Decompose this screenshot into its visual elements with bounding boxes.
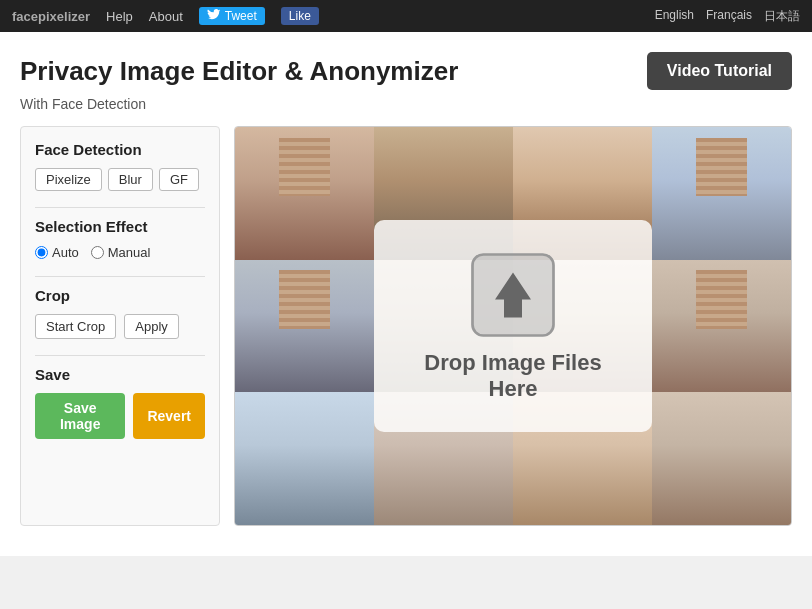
save-label: Save — [35, 366, 205, 383]
like-button[interactable]: Like — [281, 7, 319, 25]
about-link[interactable]: About — [149, 9, 183, 24]
pixelated-face-1 — [279, 138, 329, 196]
drop-zone-container[interactable]: Drop Image Files Here — [234, 126, 792, 526]
divider-2 — [35, 276, 205, 277]
effect-buttons: Pixelize Blur GF — [35, 168, 205, 191]
crop-buttons: Start Crop Apply — [35, 314, 205, 339]
radio-manual-label[interactable]: Manual — [91, 245, 151, 260]
page-title: Privacy Image Editor & Anonymizer — [20, 56, 458, 87]
radio-auto-label[interactable]: Auto — [35, 245, 79, 260]
apply-button[interactable]: Apply — [124, 314, 179, 339]
collage-cell-8 — [652, 260, 791, 393]
drop-overlay[interactable]: Drop Image Files Here — [374, 220, 652, 432]
radio-manual-input[interactable] — [91, 246, 104, 259]
like-label: Like — [289, 9, 311, 23]
video-tutorial-button[interactable]: Video Tutorial — [647, 52, 792, 90]
collage-cell-9 — [235, 392, 374, 525]
selection-effect-label: Selection Effect — [35, 218, 205, 235]
pixelize-button[interactable]: Pixelize — [35, 168, 102, 191]
lang-japanese[interactable]: 日本語 — [764, 8, 800, 25]
lang-english[interactable]: English — [655, 8, 694, 25]
pixelated-face-5 — [279, 270, 329, 328]
collage-cell-5 — [235, 260, 374, 393]
save-buttons: Save Image Revert — [35, 393, 205, 439]
gf-button[interactable]: GF — [159, 168, 199, 191]
radio-group: Auto Manual — [35, 245, 205, 260]
radio-manual-text: Manual — [108, 245, 151, 260]
radio-auto-input[interactable] — [35, 246, 48, 259]
divider-1 — [35, 207, 205, 208]
tweet-button[interactable]: Tweet — [199, 7, 265, 25]
topnav: facepixelizer Help About Tweet Like Engl… — [0, 0, 812, 32]
drop-arrow-icon — [468, 250, 558, 340]
drop-text: Drop Image Files Here — [414, 350, 612, 402]
help-link[interactable]: Help — [106, 9, 133, 24]
header-row: Privacy Image Editor & Anonymizer Video … — [20, 52, 792, 90]
face-detection-label: Face Detection — [35, 141, 205, 158]
main-content: Privacy Image Editor & Anonymizer Video … — [0, 32, 812, 556]
language-selector: English Français 日本語 — [655, 8, 800, 25]
body-layout: Face Detection Pixelize Blur GF Selectio… — [20, 126, 792, 546]
blur-button[interactable]: Blur — [108, 168, 153, 191]
tweet-label: Tweet — [225, 9, 257, 23]
divider-3 — [35, 355, 205, 356]
radio-auto-text: Auto — [52, 245, 79, 260]
crop-label: Crop — [35, 287, 205, 304]
brand-logo: facepixelizer — [12, 9, 90, 24]
collage-cell-12 — [652, 392, 791, 525]
lang-french[interactable]: Français — [706, 8, 752, 25]
collage-cell-1 — [235, 127, 374, 260]
start-crop-button[interactable]: Start Crop — [35, 314, 116, 339]
pixelated-face-8 — [696, 270, 746, 328]
pixelated-face-4 — [696, 138, 746, 196]
revert-button[interactable]: Revert — [133, 393, 205, 439]
save-image-button[interactable]: Save Image — [35, 393, 125, 439]
subtitle: With Face Detection — [20, 96, 792, 112]
sidebar-panel: Face Detection Pixelize Blur GF Selectio… — [20, 126, 220, 526]
collage-cell-4 — [652, 127, 791, 260]
